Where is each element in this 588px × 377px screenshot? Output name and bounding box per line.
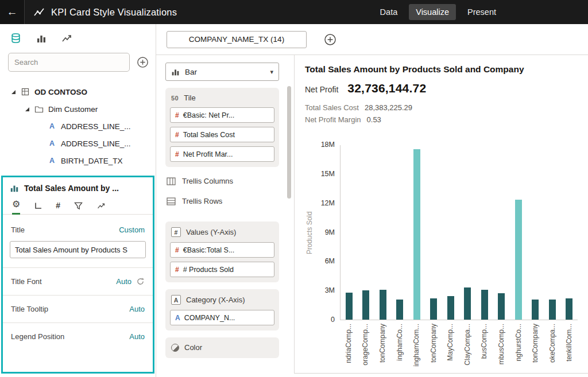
attribute-a-icon: A — [49, 122, 55, 130]
x-axis-label: orageComp... — [361, 324, 369, 366]
bar[interactable] — [566, 298, 572, 320]
bar-slot — [341, 145, 358, 320]
x-label-slot: okeCompa... — [544, 321, 561, 374]
pill-label: Net Profit Mar... — [183, 150, 233, 158]
bar[interactable] — [396, 300, 403, 320]
nav-data-tab[interactable]: Data — [373, 4, 405, 20]
reset-icon[interactable] — [136, 277, 145, 286]
pill-label: COMPANY_N... — [184, 314, 235, 322]
properties-tab-filters[interactable] — [74, 202, 83, 214]
add-dataset-button[interactable] — [137, 56, 149, 68]
y-axis-tick: 18M — [311, 141, 335, 149]
search-row — [0, 49, 156, 74]
data-elements-tab[interactable] — [10, 33, 21, 44]
grammar-scrollbar[interactable] — [287, 86, 291, 199]
bar[interactable] — [515, 200, 522, 320]
bar-slot — [374, 145, 392, 320]
tree-item-od-contoso[interactable]: OD CONTOSO — [0, 83, 156, 100]
measure-box-icon: # — [171, 227, 181, 237]
viz-type-select[interactable]: Bar ▾ — [165, 63, 279, 81]
bar[interactable] — [362, 290, 369, 320]
values-section: # Values (Y-Axis) # €Basic:Total S... # … — [165, 221, 279, 282]
bar[interactable] — [447, 296, 454, 320]
title-custom-link[interactable]: Custom — [119, 226, 145, 234]
trellis-columns-drop[interactable]: Trellis Columns — [165, 167, 279, 195]
properties-tab-values[interactable]: # — [56, 201, 60, 214]
values-section-header: # Values (Y-Axis) — [170, 226, 274, 238]
visualizations-tab[interactable] — [36, 33, 47, 44]
filter-pill-company-name[interactable]: COMPANY_NAME_TX (14) — [167, 31, 307, 48]
topbar-nav: Data Visualize Present — [373, 4, 503, 20]
kpi-secondary-row: Net Profit Margin 0.53 — [305, 115, 381, 124]
bar[interactable] — [346, 293, 353, 320]
nav-visualize-tab[interactable]: Visualize — [409, 4, 456, 20]
pill-label: # Products Sold — [183, 266, 234, 274]
legend-position-auto-link[interactable]: Auto — [129, 332, 145, 341]
kpi-secondary-label: Total Sales Cost — [305, 103, 359, 112]
bar[interactable] — [380, 290, 386, 320]
pill-basic-net-profit[interactable]: # €Basic: Net Pr... — [170, 107, 274, 123]
bar[interactable] — [464, 287, 471, 320]
kpi-secondary-row: Total Sales Cost 28,383,225.29 — [305, 103, 412, 112]
analytics-tab[interactable] — [61, 33, 72, 44]
bar-slot — [561, 145, 578, 320]
kpi-primary: Net Profit 32,736,144.72 — [305, 81, 426, 95]
bar[interactable] — [532, 300, 539, 320]
pill-net-profit-margin[interactable]: # Net Profit Mar... — [170, 146, 274, 162]
x-axis-label: ClayCompa... — [463, 324, 471, 366]
hash-icon: # — [175, 266, 179, 274]
title-font-auto-link[interactable]: Auto — [116, 277, 131, 286]
properties-tab-general[interactable]: ⚙ — [12, 200, 20, 215]
search-input[interactable] — [8, 53, 130, 72]
back-button[interactable]: ← — [0, 0, 25, 24]
database-icon — [10, 33, 21, 44]
properties-tab-axis[interactable] — [34, 202, 42, 214]
visualization-card[interactable]: Total Sales Amount by Products Sold and … — [295, 55, 588, 374]
category-section: A Category (X-Axis) A COMPANY_N... — [165, 289, 279, 331]
pill-products-sold[interactable]: # # Products Sold — [170, 262, 274, 277]
attribute-a-icon: A — [49, 139, 55, 147]
plus-circle-icon — [137, 56, 149, 68]
tree-item-dim-customer[interactable]: Dim Customer — [0, 100, 156, 118]
x-label-slot: ndriaComp... — [340, 321, 357, 374]
add-filter-button[interactable] — [324, 33, 336, 46]
values-section-label: Values (Y-Axis) — [186, 228, 236, 236]
nav-present-tab[interactable]: Present — [461, 4, 503, 20]
x-axis-label: nghurstCo... — [514, 324, 523, 361]
trellis-rows-drop[interactable]: Trellis Rows — [165, 195, 279, 215]
x-axis-label: tonCompany — [430, 324, 438, 363]
topbar: ← KPI Card Style Visualizations Data Vis… — [0, 0, 588, 24]
bar[interactable] — [413, 149, 420, 320]
attribute-a-icon: A — [49, 157, 55, 165]
color-section: Color — [165, 337, 279, 358]
legend-position-label: Legend Position — [11, 332, 64, 341]
kpi-secondary-label: Net Profit Margin — [305, 115, 361, 124]
trellis-columns-label: Trellis Columns — [182, 177, 233, 185]
tree-item-address-line-1[interactable]: A ADDRESS_LINE_... — [0, 118, 156, 135]
kpi-secondary-value: 0.53 — [367, 115, 381, 124]
pill-label: €Basic:Total S... — [183, 246, 235, 254]
pill-company-name[interactable]: A COMPANY_N... — [170, 310, 274, 325]
trend-line-icon — [96, 202, 106, 210]
hash-icon: # — [56, 201, 60, 210]
tree-item-birth-date[interactable]: A BIRTH_DATE_TX — [0, 152, 156, 169]
title-tooltip-auto-link[interactable]: Auto — [129, 305, 145, 313]
caret-expanded-icon — [24, 106, 30, 112]
properties-tab-analytics[interactable] — [96, 202, 106, 214]
properties-panel-title: Total Sales Amount by ... — [24, 184, 119, 193]
y-axis-tick: 0 — [311, 316, 335, 324]
pill-total-sales-cost[interactable]: # Total Sales Cost — [170, 127, 274, 142]
tree-item-label: OD CONTOSO — [34, 88, 87, 96]
title-input[interactable] — [10, 241, 146, 258]
tree-item-label: BIRTH_DATE_TX — [61, 157, 123, 165]
pill-basic-total-sales[interactable]: # €Basic:Total S... — [170, 242, 274, 258]
trend-line-icon — [61, 33, 72, 44]
category-section-label: Category (X-Axis) — [186, 296, 245, 304]
bar[interactable] — [430, 298, 437, 320]
bar[interactable] — [498, 293, 505, 320]
bar-slot — [392, 145, 409, 320]
category-section-header: A Category (X-Axis) — [170, 293, 274, 306]
bar[interactable] — [481, 290, 488, 320]
tree-item-address-line-2[interactable]: A ADDRESS_LINE_... — [0, 135, 156, 152]
bar[interactable] — [549, 300, 556, 320]
